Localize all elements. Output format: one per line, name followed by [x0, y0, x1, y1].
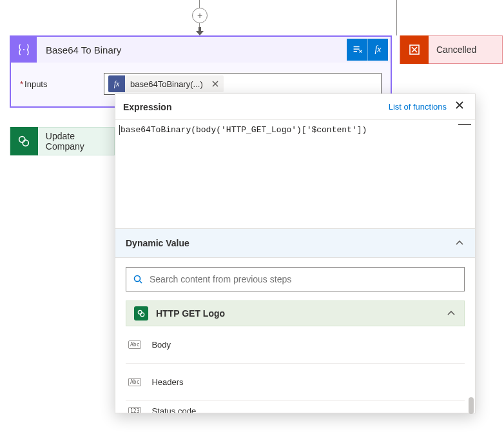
dynamic-value-section-header[interactable]: Dynamic Value — [115, 228, 475, 258]
section-title: HTTP GET Logo — [156, 308, 225, 319]
expression-token-text: base64ToBinary(...) — [125, 79, 208, 89]
svg-point-0 — [23, 49, 24, 50]
output-item-body[interactable]: Abc Body — [126, 326, 465, 364]
control-icon — [400, 35, 429, 64]
search-input[interactable] — [150, 274, 458, 284]
outputs-list: Abc Body Abc Headers 123 Status code — [126, 326, 465, 413]
type-badge-icon: 123 — [128, 407, 141, 413]
output-label: Body — [151, 340, 171, 350]
remove-token-button[interactable] — [208, 77, 222, 91]
add-step-button[interactable]: + — [192, 8, 208, 23]
expression-token[interactable]: fx base64ToBinary(...) — [108, 75, 224, 92]
expression-panel: Expression List of functions base64ToBin… — [115, 94, 476, 413]
plus-icon: + — [197, 10, 202, 21]
connector-line — [396, 0, 397, 35]
action-card-header[interactable]: Base64 To Binary fx — [11, 37, 391, 63]
expression-editor[interactable]: base64ToBinary(body('HTTP_GET_Logo')['$c… — [115, 120, 475, 228]
svg-point-4 — [135, 276, 141, 282]
search-box[interactable] — [126, 267, 465, 291]
type-badge-icon: Abc — [128, 340, 141, 349]
action-card-title: Base64 To Binary — [37, 44, 347, 55]
fx-icon: fx — [108, 75, 125, 92]
svg-point-6 — [141, 313, 144, 317]
dataverse-icon — [10, 127, 38, 155]
svg-point-3 — [23, 140, 29, 146]
dynamic-value-title: Dynamic Value — [126, 238, 189, 248]
expression-text: base64ToBinary(body('HTTP_GET_Logo')['$c… — [119, 125, 469, 135]
search-icon — [133, 274, 143, 284]
action-card-title: Cancelled — [429, 44, 476, 55]
data-operations-icon — [11, 37, 37, 63]
expression-panel-header: Expression List of functions — [115, 94, 475, 120]
inputs-field[interactable]: fx base64ToBinary(...) — [104, 73, 382, 95]
dataverse-icon — [134, 306, 148, 321]
list-of-functions-link[interactable]: List of functions — [389, 102, 447, 112]
action-card-cancelled[interactable]: Cancelled — [400, 35, 503, 64]
inputs-label: *Inputs — [20, 79, 104, 89]
output-item-status-code[interactable]: 123 Status code — [126, 401, 465, 413]
scrollbar-thumb[interactable] — [469, 404, 474, 410]
header-toolbar: fx — [347, 39, 388, 61]
action-card-update-company[interactable]: Update Company — [10, 127, 115, 155]
svg-point-2 — [19, 137, 25, 143]
section-http-get-logo[interactable]: HTTP GET Logo — [126, 301, 465, 326]
arrow-down-icon — [195, 27, 204, 36]
output-label: Headers — [151, 377, 183, 387]
search-wrap — [115, 258, 475, 301]
chevron-up-icon — [446, 308, 456, 319]
chevron-up-icon — [454, 238, 465, 248]
output-label: Status code — [151, 406, 196, 413]
action-card-title: Update Company — [38, 131, 114, 152]
close-icon[interactable] — [452, 99, 467, 115]
expression-tab[interactable]: Expression — [123, 102, 171, 112]
type-badge-icon: Abc — [128, 378, 141, 386]
output-item-headers[interactable]: Abc Headers — [126, 364, 465, 401]
peek-code-button[interactable] — [347, 39, 367, 61]
expression-fx-button[interactable]: fx — [367, 39, 388, 61]
svg-point-5 — [138, 310, 142, 314]
